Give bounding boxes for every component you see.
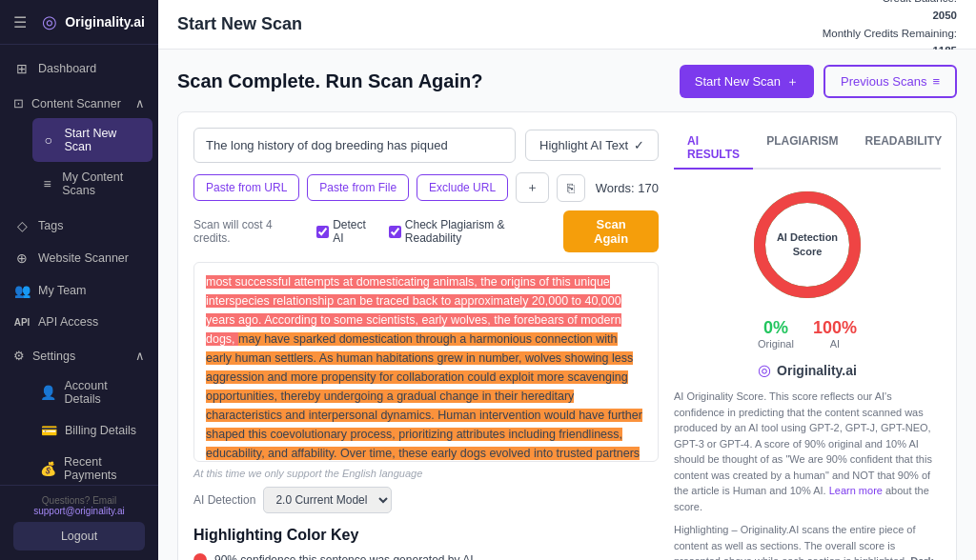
checkmark-icon: ✓: [634, 138, 644, 152]
sidebar-item-content-scanner[interactable]: ⊡ Content Scanner ∧: [0, 89, 158, 118]
brand-logo-icon: ◎: [758, 361, 771, 379]
score-label-text: AI Detection Score: [777, 230, 838, 260]
sidebar-item-label: Dashboard: [38, 62, 96, 75]
scan-card: Highlight AI Text ✓ Paste from URL Paste…: [177, 111, 957, 560]
content-scanner-icon: ⊡: [13, 96, 24, 110]
ai-pct-label: AI: [813, 338, 857, 350]
sidebar-group-settings: ⚙ Settings ∧ 👤 Account Details 💳 Billing…: [0, 341, 158, 485]
topbar: Start New Scan Credit Balance: 2050 Mont…: [158, 0, 976, 50]
exclude-url-button[interactable]: Exclude URL: [417, 174, 508, 201]
list-icon: ≡: [932, 74, 940, 89]
color-key-items: 90% confidence this sentence was generat…: [193, 553, 659, 560]
start-scan-icon: ○: [40, 132, 57, 148]
account-icon: 👤: [40, 385, 57, 400]
sidebar-item-tags[interactable]: ◇ Tags: [0, 210, 158, 242]
sidebar-item-settings[interactable]: ⚙ Settings ∧: [0, 341, 158, 370]
sidebar-item-start-new-scan[interactable]: ○ Start New Scan: [32, 118, 152, 162]
api-icon: API: [13, 317, 30, 328]
paste-from-url-button[interactable]: Paste from URL: [193, 174, 299, 201]
plus-icon: ＋: [786, 73, 799, 90]
scan-right-panel: AI RESULTS PLAGIARISM READABILITY: [674, 128, 941, 560]
scan-options: Scan will cost 4 credits. Detect AI Chec…: [193, 210, 659, 252]
sidebar-item-label: API Access: [38, 315, 98, 329]
learn-more-link[interactable]: Learn more: [829, 485, 883, 496]
sidebar-item-label: Start New Scan: [65, 127, 145, 153]
scan-body: Highlight AI Text ✓ Paste from URL Paste…: [193, 128, 941, 560]
menu-icon[interactable]: ☰: [13, 13, 27, 31]
paste-from-file-button[interactable]: Paste from File: [307, 174, 409, 201]
scan-header: Scan Complete. Run Scan Again? Start New…: [177, 65, 957, 98]
highlighted-text-orange: may have sparked domestication through a…: [206, 332, 642, 462]
sidebar-nav: ⊞ Dashboard ⊡ Content Scanner ∧ ○ Start …: [0, 45, 158, 485]
sidebar-item-recent-payments[interactable]: 💰 Recent Payments: [27, 447, 158, 485]
scan-text-input[interactable]: [193, 128, 516, 163]
highlight-ai-text-button[interactable]: Highlight AI Text ✓: [525, 130, 659, 161]
plagiarism-checkbox-label[interactable]: Check Plagiarism & Readability: [389, 218, 548, 245]
support-email-link[interactable]: support@originality.ai: [33, 506, 125, 516]
score-percentages: 0% Original 100% AI: [674, 318, 941, 350]
button-row: Paste from URL Paste from File Exclude U…: [193, 172, 659, 203]
sidebar-sub-content: ○ Start New Scan ≡ My Content Scans: [0, 118, 158, 206]
sidebar-item-my-content-scans[interactable]: ≡ My Content Scans: [27, 162, 158, 206]
sidebar-item-my-team[interactable]: 👥 My Team: [0, 274, 158, 307]
add-icon-button[interactable]: ＋: [516, 172, 549, 203]
team-icon: 👥: [13, 283, 30, 298]
sidebar-item-account-details[interactable]: 👤 Account Details: [27, 370, 158, 414]
highlighted-text-area: most successful attempts at domesticatin…: [193, 262, 659, 462]
sidebar-group-content-scanner: ⊡ Content Scanner ∧ ○ Start New Scan ≡ M…: [0, 89, 158, 206]
score-description: AI Originality Score. This score reflect…: [674, 389, 941, 514]
tab-plagiarism[interactable]: PLAGIARISM: [753, 128, 851, 170]
ai-detection-label: AI Detection: [193, 493, 255, 507]
credit-balance-label: Credit Balance: 2050: [823, 0, 957, 25]
billing-icon: 💳: [40, 423, 57, 438]
website-scanner-icon: ⊕: [13, 250, 30, 266]
score-circle-container: AI Detection Score: [674, 183, 941, 307]
score-circle: AI Detection Score: [745, 183, 869, 307]
sidebar-item-label: Settings: [32, 350, 75, 363]
scan-again-button[interactable]: Scan Again: [563, 210, 659, 252]
red-dot: [193, 553, 207, 560]
color-key-title: Highlighting Color Key: [193, 527, 659, 544]
support-text: Questions? Email support@originality.ai: [13, 495, 145, 516]
ai-score: 100% AI: [813, 318, 857, 350]
result-tabs: AI RESULTS PLAGIARISM READABILITY: [674, 128, 941, 170]
sidebar-item-label: Tags: [38, 219, 63, 232]
payments-icon: 💰: [40, 461, 56, 476]
dashboard-icon: ⊞: [13, 61, 30, 76]
original-score: 0% Original: [758, 318, 794, 350]
sidebar-item-website-scanner[interactable]: ⊕ Website Scanner: [0, 242, 158, 274]
detect-ai-checkbox-label[interactable]: Detect AI: [316, 218, 374, 245]
sidebar-item-label: My Content Scans: [62, 170, 145, 197]
sidebar-sub-settings: 👤 Account Details 💳 Billing Details 💰 Re…: [0, 370, 158, 485]
color-key-label-red: 90% confidence this sentence was generat…: [214, 553, 477, 560]
previous-scans-button[interactable]: Previous Scans ≡: [824, 65, 957, 98]
sidebar-item-api-access[interactable]: API API Access: [0, 307, 158, 337]
plagiarism-checkbox[interactable]: [389, 226, 401, 238]
copy-icon-button[interactable]: ⎘: [557, 174, 585, 202]
logout-button[interactable]: Logout: [13, 522, 145, 550]
color-key-item-red: 90% confidence this sentence was generat…: [193, 553, 659, 560]
word-count: Words: 170: [596, 181, 659, 195]
sidebar-item-label: My Team: [38, 284, 86, 297]
sidebar-item-label: Recent Payments: [64, 455, 145, 482]
logo-icon: ◎: [42, 11, 57, 32]
settings-icon: ⚙: [13, 349, 25, 363]
ai-detection-select: AI Detection 2.0 Current Model: [193, 487, 659, 513]
sidebar: ☰ ◎ Originality.ai ⊞ Dashboard ⊡ Content…: [0, 0, 158, 560]
language-note: At this time we only support the English…: [193, 468, 659, 479]
ai-detection-dropdown[interactable]: 2.0 Current Model: [263, 487, 392, 513]
tab-ai-results[interactable]: AI RESULTS: [674, 128, 753, 170]
scan-left-panel: Highlight AI Text ✓ Paste from URL Paste…: [193, 128, 659, 560]
sidebar-header: ☰ ◎ Originality.ai: [0, 0, 158, 45]
start-new-scan-button[interactable]: Start New Scan ＋: [680, 65, 814, 98]
chevron-icon: ∧: [135, 96, 145, 110]
sidebar-item-label: Content Scanner: [31, 97, 121, 110]
sidebar-item-billing-details[interactable]: 💳 Billing Details: [27, 414, 158, 447]
page-title: Start New Scan: [177, 14, 302, 34]
highlighting-description: Highlighting – Originality.AI scans the …: [674, 522, 941, 560]
tab-readability[interactable]: READABILITY: [851, 128, 955, 170]
input-row: Highlight AI Text ✓: [193, 128, 659, 163]
sidebar-item-label: Billing Details: [65, 424, 136, 437]
detect-ai-checkbox[interactable]: [316, 226, 329, 238]
sidebar-item-dashboard[interactable]: ⊞ Dashboard: [0, 52, 158, 85]
